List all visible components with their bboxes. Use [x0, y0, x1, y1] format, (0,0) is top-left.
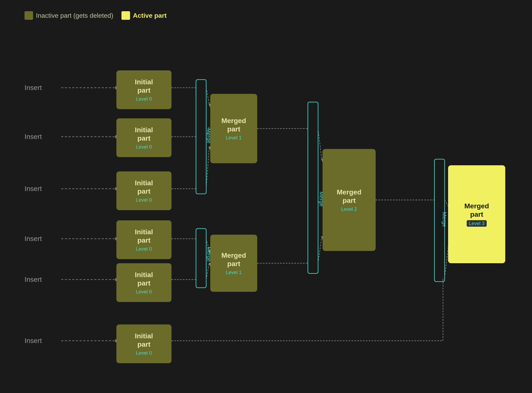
- insert-label-3: Insert: [25, 185, 42, 193]
- legend-active-label: Active part: [133, 12, 167, 19]
- merged-part-4-active: Mergedpart Level 3: [448, 165, 505, 263]
- initial-part-1: Initialpart Level 0: [116, 70, 171, 109]
- initial-part-5: Initialpart Level 0: [116, 263, 171, 302]
- legend-inactive: Inactive part (gets deleted): [25, 11, 113, 20]
- svg-rect-21: [196, 229, 206, 288]
- merged-part-2: Mergedpart Level 1: [210, 235, 257, 292]
- active-color-swatch: [121, 11, 130, 20]
- svg-line-16: [206, 147, 209, 189]
- insert-label-1: Insert: [25, 84, 42, 92]
- initial-part-3: Initialpart Level 0: [116, 171, 171, 210]
- svg-line-13: [206, 88, 209, 104]
- insert-label-2: Insert: [25, 133, 42, 141]
- diagram: Insert Insert Insert Insert Insert Inser…: [0, 33, 532, 392]
- svg-rect-28: [308, 102, 318, 273]
- svg-line-39: [445, 200, 448, 206]
- svg-line-31: [318, 128, 322, 159]
- initial-part-4: Initialpart Level 0: [116, 220, 171, 259]
- merged-part-3: Mergedpart Level 2: [323, 149, 376, 251]
- svg-rect-12: [196, 80, 206, 194]
- insert-label-6: Insert: [25, 337, 42, 345]
- insert-label-5: Insert: [25, 275, 42, 283]
- legend-active: Active part: [121, 11, 167, 20]
- inactive-color-swatch: [25, 11, 33, 20]
- svg-line-33: [318, 237, 322, 263]
- merged-part-1: Mergedpart Level 1: [210, 94, 257, 163]
- insert-label-4: Insert: [25, 235, 42, 243]
- svg-line-26: [206, 263, 209, 280]
- initial-part-2: Initialpart Level 0: [116, 118, 171, 157]
- legend-inactive-label: Inactive part (gets deleted): [36, 12, 113, 19]
- legend: Inactive part (gets deleted) Active part: [25, 11, 167, 20]
- svg-line-41: [445, 247, 448, 278]
- merge-label-4: Merge: [441, 212, 447, 227]
- initial-part-6: Initialpart Level 0: [116, 324, 171, 363]
